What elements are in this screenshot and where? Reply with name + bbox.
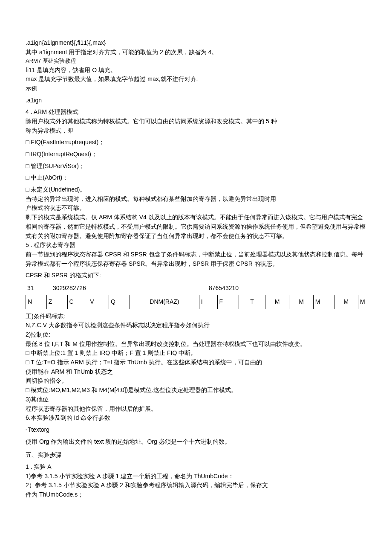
section-5-title: 5 . 程序状态寄存器 bbox=[26, 241, 366, 250]
mode-undefined: □ 未定义(Undefined)。 bbox=[26, 185, 366, 195]
t-bit-desc: □ T 位:T=O 指示 ARM 执行；T=I 指示 ThUmb 执行。在这些体… bbox=[26, 358, 366, 367]
cell-dnm: DNM(RAZ) bbox=[130, 295, 199, 309]
cell-m4: M bbox=[358, 295, 379, 309]
doc-subtitle: ARM7 基础实验教程 bbox=[26, 57, 366, 65]
mode-bits-desc: □ 模式位:MO,M1,M2,M3 和 M4(M[4:0])是模式位.这些位决定… bbox=[26, 386, 366, 395]
section-steps-title: 五、实验步骤 bbox=[26, 450, 366, 460]
cell-m1: M bbox=[289, 295, 313, 309]
cell-m3: M bbox=[334, 295, 358, 309]
align-keyword: .a1ign bbox=[26, 96, 366, 105]
control-bits-title: 2)控制位: bbox=[26, 330, 366, 340]
t-bit-desc-2: 使用能在 ARM 和 ThUmb 状态之 bbox=[26, 367, 366, 377]
section-4-title: 4 . ARM 处理器模式 bbox=[26, 108, 366, 117]
mode-fiq: □ FIQ(FastInterruptrequest)； bbox=[26, 138, 366, 147]
t-bit-desc-3: 间切换的指令。 bbox=[26, 376, 366, 386]
section-4-line-3: 称为异常模式，即 bbox=[26, 126, 366, 136]
cond-flags-title: 工)条件码标志: bbox=[26, 312, 366, 321]
align-desc-max: max 是填充字节数最大值，如果填充字节超过 max,就不进行对齐. bbox=[26, 75, 366, 84]
ttext-org: -Ttextorg bbox=[26, 425, 366, 435]
step-a-2b: 件为 ThUmbCode.s； bbox=[26, 490, 366, 500]
section-4-line-9: 当特定的异常出现时，进入相应的模式。每种模式都有某些附加的寄存器，以避免异常出现… bbox=[26, 195, 366, 204]
step-a-2: 2）参考 3.1.5 小节实验实验 A 步骤 2 和实验参考程序编辑输入源代码，… bbox=[26, 481, 366, 490]
cell-m0: M bbox=[265, 295, 289, 309]
align-desc-fill: fi11 是填充内容，缺省用 O 填充。 bbox=[26, 66, 366, 75]
other-bits-desc: 程序状态寄存器的其他位保留，用作以后的扩展。 bbox=[26, 404, 366, 414]
ttext-desc: 使用 Org 作为输出文件的 text 段的起始地址。Org 必须是一个十六进制… bbox=[26, 437, 366, 447]
mode-irq: □ IRQ(InterruptReQuest)； bbox=[26, 150, 366, 159]
mode-supervisor: □ 管理(SUPerViSor)； bbox=[26, 162, 366, 171]
align-desc-1: 其中 a1ignment 用于指定对齐方式，可能的取值为 2 的次累，缺省为 4… bbox=[26, 48, 366, 57]
cell-n: N bbox=[26, 295, 47, 309]
cell-c: C bbox=[67, 295, 88, 309]
cell-v: V bbox=[88, 295, 109, 309]
cell-t: T bbox=[239, 295, 265, 309]
section-5-line-2: 前一节提到的程序状态寄存器 CPSR 和 SPSR 包含了条件码标志，中断禁止位… bbox=[26, 250, 366, 268]
document-page: .a1ign{a1ignment}{,fi11}{,max} 其中 a1ignm… bbox=[0, 0, 392, 525]
cell-i: I bbox=[199, 295, 217, 309]
control-bits-desc: 最低 8 位 I,F,T 和 M 位用作控制位。当异常出现时改变控制位。当处理器… bbox=[26, 340, 366, 349]
bit-31: 31 bbox=[27, 284, 53, 293]
mode-abort: □ 中止(AbOrt)； bbox=[26, 173, 366, 183]
step-a-1: 1)参考 3.1.5 小节实验实验 A 步骤 1 建立一个新的工程，命名为 Th… bbox=[26, 472, 366, 481]
other-bits-title: 3)其他位 bbox=[26, 395, 366, 404]
interrupt-disable: □ 中断禁止位:1 置 1 则禁止 IRQ 中断；F 置 1 则禁止 FIQ 中… bbox=[26, 349, 366, 358]
step-a-title: 1 . 实验 A bbox=[26, 462, 366, 472]
section-4-line-10: 户模式的状态不可靠。 bbox=[26, 203, 366, 213]
align-syntax: .a1ign{a1ignment}{,fi11}{,max} bbox=[26, 38, 366, 48]
example-label: 示例 bbox=[26, 84, 366, 93]
ld-params-title: 6.本实验涉及到的 Id 命令行参数 bbox=[26, 413, 366, 423]
cell-m2: M bbox=[313, 295, 334, 309]
bits-high: 3029282726 bbox=[53, 284, 86, 293]
section-4-line-11: 剩下的模式是系统模式。仅 ARM 体系结构 V4 以及以上的版本有该模式。不能由… bbox=[26, 213, 366, 241]
bits-low: 876543210 bbox=[138, 284, 378, 293]
section-4-line-2: 除用户模式外的其他模式称为特权模式。它们可以自由的访问系统资源和改变模式。其中的… bbox=[26, 117, 366, 126]
cpsr-format-label: CPSR 和 SPSR 的格式如下: bbox=[26, 271, 366, 280]
table-row: N Z C V Q DNM(RAZ) I F T M M M M M bbox=[26, 295, 379, 309]
cpsr-table: N Z C V Q DNM(RAZ) I F T M M M M M bbox=[26, 295, 379, 309]
cell-f: F bbox=[217, 295, 239, 309]
bit-header-row: 31 3029282726 876543210 bbox=[26, 284, 379, 293]
cell-q: Q bbox=[109, 295, 130, 309]
cond-flags-desc: N,Z,C,V 大多数指令可以检测这些条件码标志以决定程序指令如何执行 bbox=[26, 321, 366, 330]
cell-z: Z bbox=[46, 295, 67, 309]
